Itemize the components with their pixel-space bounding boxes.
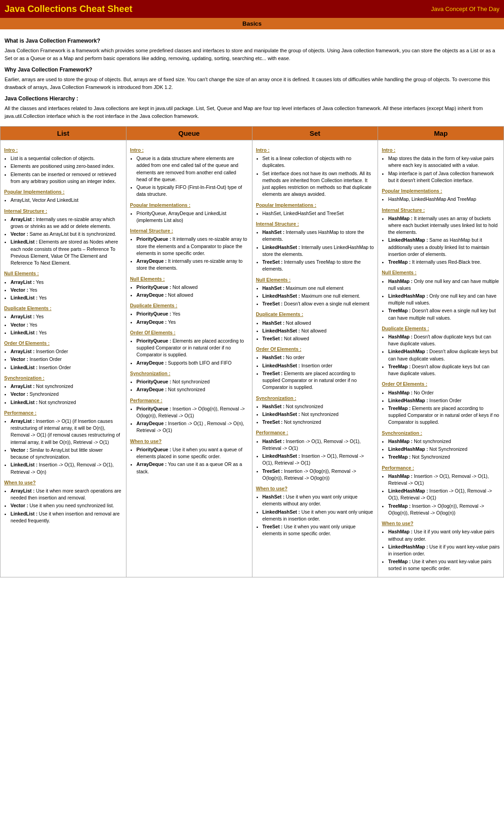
queue-sync-title: Synchronization :	[130, 370, 248, 377]
queue-dup-title: Duplicate Elements :	[130, 302, 248, 309]
map-dup-title: Duplicate Elements :	[382, 325, 500, 332]
set-perf-title: Performance :	[256, 429, 374, 436]
queue-internal-title: Internal Structure :	[130, 227, 248, 234]
col-header-list: List	[0, 127, 126, 140]
map-pop-impl-title: Popular Implementations :	[382, 188, 500, 194]
col-header-map: Map	[378, 127, 504, 140]
set-dup-title: Duplicate Elements :	[256, 311, 374, 318]
list-null-title: Null Elements :	[4, 270, 122, 277]
list-dup-title: Duplicate Elements :	[4, 305, 122, 312]
basics-header: Basics	[0, 18, 504, 29]
list-content: Intro : List is a sequential collection …	[0, 140, 126, 577]
col-header-set: Set	[252, 127, 378, 140]
q3-heading: Java Collections Hierarchy :	[5, 94, 499, 103]
queue-null-title: Null Elements :	[130, 276, 248, 283]
map-content: Intro : Map stores the data in the form …	[378, 140, 504, 577]
map-intro-title: Intro :	[382, 147, 500, 154]
map-when-title: When to use?	[382, 520, 500, 527]
queue-content: Intro : Queue is a data structure where …	[126, 140, 252, 577]
list-perf-title: Performance :	[4, 410, 122, 416]
set-pop-impl-title: Popular Implementations :	[256, 202, 374, 209]
map-null-title: Null Elements :	[382, 269, 500, 276]
set-intro-title: Intro :	[256, 147, 374, 154]
collections-table: List Queue Set Map Intro : List is a seq…	[0, 126, 504, 577]
map-perf-title: Performance :	[382, 465, 500, 471]
intro-section: What is Java Collection Framework? Java …	[0, 29, 504, 126]
q1-heading: What is Java Collection Framework?	[5, 37, 499, 45]
page-header: Java Collections Cheat Sheet Java Concep…	[0, 0, 504, 18]
set-content: Intro : Set is a linear collection of ob…	[252, 140, 378, 577]
q2-heading: Why Java Collection Framework?	[5, 66, 499, 74]
map-internal-title: Internal Structure :	[382, 207, 500, 214]
list-order-title: Order Of Elements :	[4, 340, 122, 347]
set-order-title: Order Of Elements :	[256, 346, 374, 353]
list-sync-title: Synchronization :	[4, 375, 122, 382]
queue-perf-title: Performance :	[130, 397, 248, 404]
set-null-title: Null Elements :	[256, 277, 374, 283]
map-sync-title: Synchronization :	[382, 430, 500, 437]
queue-order-title: Order Of Elements :	[130, 329, 248, 336]
queue-when-title: When to use?	[130, 438, 248, 445]
list-intro-title: Intro :	[4, 147, 122, 154]
col-header-queue: Queue	[126, 127, 252, 140]
a1-text: Java Collection Framework is a framework…	[5, 47, 499, 62]
queue-intro-title: Intro :	[130, 147, 248, 154]
list-pop-impl-title: Popular Implementations :	[4, 188, 122, 195]
page-title: Java Collections Cheat Sheet	[5, 4, 132, 14]
list-internal-title: Internal Structure :	[4, 208, 122, 215]
set-internal-title: Internal Structure :	[256, 221, 374, 227]
list-when-title: When to use?	[4, 479, 122, 486]
set-when-title: When to use?	[256, 485, 374, 492]
a2-text: Earlier, arrays are used to store the gr…	[5, 76, 499, 91]
map-order-title: Order Of Elements :	[382, 381, 500, 388]
brand-label: Java Concept Of The Day	[431, 6, 499, 12]
set-sync-title: Synchronization :	[256, 395, 374, 402]
queue-pop-impl-title: Popular Implementations :	[130, 202, 248, 209]
a3-text: All the classes and interfaces related t…	[5, 105, 499, 120]
